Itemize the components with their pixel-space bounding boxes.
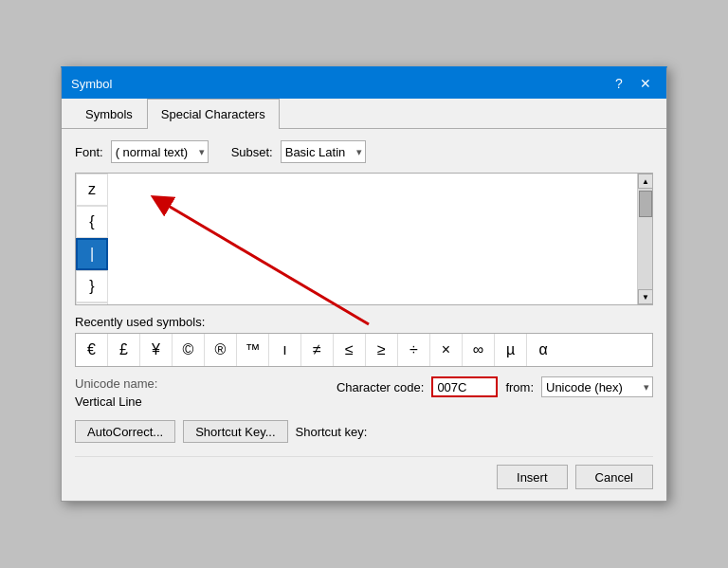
recent-symbol[interactable]: ≠ (301, 334, 334, 366)
from-select[interactable]: Unicode (hex) ASCII (decimal) ASCII (hex… (541, 376, 653, 397)
unicode-name-label: Unicode name: (75, 376, 157, 391)
recent-symbol[interactable]: ı (269, 334, 301, 366)
recent-symbol[interactable]: ≥ (366, 334, 398, 366)
insert-button[interactable]: Insert (497, 465, 568, 489)
symbol-cell[interactable]: z (76, 174, 108, 206)
symbol-cell[interactable]: ~ (76, 302, 108, 304)
recently-used-label: Recently used symbols: (75, 315, 653, 329)
unicode-section: Unicode name: Vertical Line Character co… (75, 376, 653, 409)
subset-select[interactable]: Basic Latin (281, 140, 366, 163)
symbol-cell[interactable]: } (76, 270, 108, 302)
scroll-down-button[interactable]: ▼ (638, 289, 653, 304)
title-bar: Symbol ? ✕ (62, 68, 666, 99)
unicode-name-value: Vertical Line (75, 394, 157, 409)
action-row: Insert Cancel (75, 456, 653, 489)
recent-symbol[interactable]: ™ (237, 334, 269, 366)
char-code-label: Character code: (337, 380, 425, 394)
recent-symbol[interactable]: µ (495, 334, 527, 366)
cancel-button[interactable]: Cancel (575, 465, 653, 489)
title-bar-left: Symbol (71, 77, 112, 91)
font-row: Font: ( normal text) Subset: Basic Latin (75, 140, 653, 163)
help-button[interactable]: ? (608, 72, 630, 95)
tabs-container: Symbols Special Characters (62, 99, 666, 129)
autocorrect-button[interactable]: AutoCorrect... (75, 420, 175, 443)
scroll-track (638, 189, 652, 289)
dialog-content: Font: ( normal text) Subset: Basic Latin (62, 129, 666, 501)
recent-symbol[interactable]: ® (205, 334, 237, 366)
char-code-input[interactable] (431, 376, 498, 397)
font-label: Font: (75, 145, 103, 159)
scroll-up-button[interactable]: ▲ (638, 174, 653, 189)
font-select-wrapper: ( normal text) (111, 140, 209, 163)
symbol-table: z { | } ~ ¡ ¢ £ ¤ ¥ ¦ § (76, 174, 108, 304)
grid-scrollbar: ▲ ▼ (637, 174, 652, 304)
recent-symbol[interactable]: © (173, 334, 205, 366)
recent-symbol[interactable]: α (527, 334, 559, 366)
title-bar-controls: ? ✕ (608, 72, 657, 95)
dialog-title: Symbol (71, 77, 112, 91)
from-select-wrapper: Unicode (hex) ASCII (decimal) ASCII (hex… (541, 376, 653, 397)
subset-label: Subset: (231, 145, 273, 159)
font-select[interactable]: ( normal text) (111, 140, 209, 163)
symbol-grid-area: z { | } ~ ¡ ¢ £ ¤ ¥ ¦ § (76, 174, 637, 304)
recent-symbol[interactable]: ≤ (334, 334, 366, 366)
recent-symbol[interactable]: £ (108, 334, 140, 366)
recent-symbol[interactable]: € (76, 334, 108, 366)
recent-symbol[interactable]: ÷ (398, 334, 430, 366)
symbol-dialog: Symbol ? ✕ Symbols Special Characters Fo… (61, 66, 667, 502)
unicode-name-block: Unicode name: Vertical Line (75, 376, 157, 409)
tab-symbols[interactable]: Symbols (71, 99, 147, 129)
char-code-row: Character code: from: Unicode (hex) ASCI… (337, 376, 653, 397)
recently-used-grid: € £ ¥ © ® ™ ı ≠ ≤ ≥ ÷ × ∞ µ α (75, 333, 653, 367)
recently-used-section: Recently used symbols: € £ ¥ © ® ™ ı ≠ ≤… (75, 315, 653, 367)
bottom-row: AutoCorrect... Shortcut Key... Shortcut … (75, 420, 653, 443)
symbol-cell[interactable]: { (76, 206, 108, 238)
recent-symbol[interactable]: × (430, 334, 463, 366)
recent-symbol[interactable]: ∞ (463, 334, 495, 366)
subset-select-wrapper: Basic Latin (281, 140, 366, 163)
shortcut-key-button[interactable]: Shortcut Key... (183, 420, 287, 443)
tab-special-characters[interactable]: Special Characters (147, 99, 280, 129)
table-row: z { | } ~ ¡ ¢ £ ¤ ¥ ¦ § (76, 174, 108, 304)
symbol-grid-container: z { | } ~ ¡ ¢ £ ¤ ¥ ¦ § (75, 173, 653, 305)
recent-symbol[interactable]: ¥ (140, 334, 173, 366)
close-button[interactable]: ✕ (634, 72, 657, 95)
symbol-cell-selected[interactable]: | (76, 238, 108, 270)
scroll-thumb[interactable] (639, 191, 652, 217)
shortcut-key-label: Shortcut key: (296, 425, 368, 439)
from-label: from: (505, 380, 534, 394)
